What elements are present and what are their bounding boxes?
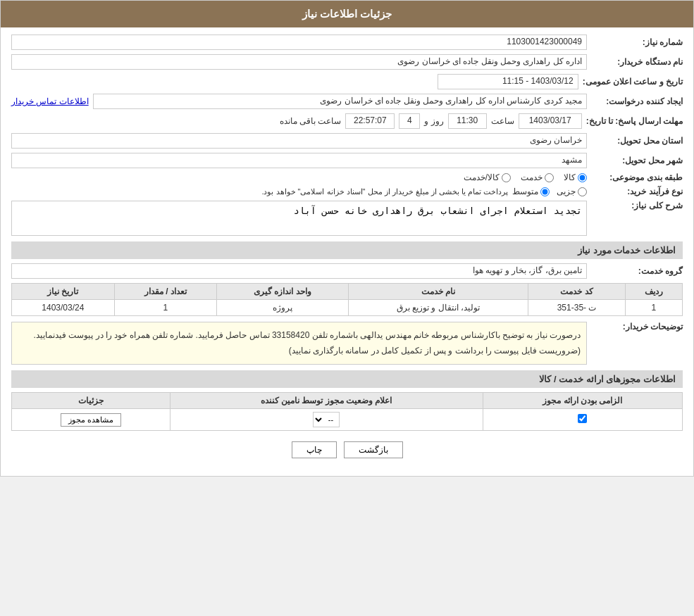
category-khedmat: خدمت	[521, 172, 554, 182]
col-service-code: کد خدمت	[528, 284, 625, 300]
purchase-type-motavasset-label: متوسط	[512, 187, 538, 196]
category-row: طبقه بندی موضوعی: کالا خدمت کالا/خدمت	[11, 172, 683, 182]
cell-quantity: 1	[114, 300, 217, 316]
announce-value: 1403/03/12 - 11:15	[438, 74, 578, 89]
col-need-date: تاریخ نیاز	[12, 284, 115, 300]
cell-service-name: تولید، انتقال و توزیع برق	[348, 300, 528, 316]
province-label: استان محل تحویل:	[591, 136, 683, 146]
purchase-type-motavasset: متوسط	[512, 187, 550, 196]
purchase-type-jozi-radio[interactable]	[578, 187, 587, 196]
purchase-type-row: نوع فرآیند خرید: جزیی متوسط پرداخت تمام …	[11, 187, 683, 196]
category-kala-label: کالا	[564, 172, 576, 182]
purchase-type-jozi-label: جزیی	[557, 187, 576, 196]
need-description-label: شرح کلی نیاز:	[591, 201, 683, 210]
page-header: جزئیات اطلاعات نیاز	[1, 1, 693, 27]
col-quantity: تعداد / مقدار	[114, 284, 217, 300]
cell-unit: پروژه	[217, 300, 348, 316]
cell-service-code: ت -35-351	[528, 300, 625, 316]
permit-col-mandatory: الزامی بودن ارائه مجوز	[483, 393, 682, 409]
page-title: جزئیات اطلاعات نیاز	[302, 8, 392, 20]
category-khedmat-label: خدمت	[521, 172, 543, 182]
permit-status-select[interactable]: --	[313, 412, 340, 427]
need-number-value: 1103001423000049	[11, 34, 587, 50]
col-unit: واحد اندازه گیری	[217, 284, 348, 300]
list-item: -- مشاهده مجوز	[12, 409, 683, 431]
province-value: خراسان رضوی	[11, 133, 587, 149]
cell-row-num: 1	[625, 300, 682, 316]
permit-mandatory-cell	[483, 409, 682, 431]
services-table: ردیف کد خدمت نام خدمت واحد اندازه گیری ت…	[11, 283, 683, 316]
province-row: استان محل تحویل: خراسان رضوی	[11, 133, 683, 149]
creator-label: ایجاد کننده درخواست:	[591, 96, 683, 106]
category-khedmat-radio[interactable]	[545, 173, 554, 182]
services-section-title: اطلاعات خدمات مورد نیاز	[11, 241, 683, 259]
response-remaining-value: 22:57:07	[345, 113, 395, 129]
category-kala-khedmat-radio[interactable]	[502, 173, 511, 182]
purchase-type-note: پرداخت تمام یا بخشی از مبلغ خریدار از مح…	[261, 187, 508, 196]
category-kala-radio[interactable]	[578, 173, 587, 182]
contact-link[interactable]: اطلاعات تماس خریدار	[11, 96, 89, 106]
response-deadline-label: مهلت ارسال پاسخ: تا تاریخ:	[586, 116, 683, 126]
col-row-num: ردیف	[625, 284, 682, 300]
city-row: شهر محل تحویل: مشهد	[11, 153, 683, 168]
need-description-row: شرح کلی نیاز:	[11, 201, 683, 236]
buyer-notes-text: درصورت نیاز به توضیح باکارشناس مربوطه خا…	[11, 322, 587, 365]
buyer-org-row: نام دستگاه خریدار: اداره کل راهداری وحمل…	[11, 54, 683, 70]
city-value: مشهد	[11, 153, 587, 168]
need-number-row: شماره نیاز: 1103001423000049	[11, 34, 683, 50]
cell-need-date: 1403/03/24	[12, 300, 115, 316]
category-kala-khedmat: کالا/خدمت	[464, 172, 511, 182]
city-label: شهر محل تحویل:	[591, 156, 683, 165]
category-radio-group: کالا خدمت کالا/خدمت	[464, 172, 587, 182]
service-group-value: تامین برق، گاز، بخار و تهویه هوا	[11, 263, 587, 279]
permit-col-status: اعلام وضعیت مجوز توسط نامین کننده	[170, 393, 483, 409]
purchase-type-options: جزیی متوسط	[512, 187, 587, 196]
bottom-buttons: بازگشت چاپ	[11, 441, 683, 458]
buyer-notes-label: توضیحات خریدار:	[591, 322, 683, 332]
response-time-label: ساعت	[491, 116, 514, 126]
response-deadline-row: مهلت ارسال پاسخ: تا تاریخ: 1403/03/17 سا…	[11, 113, 683, 129]
table-row: 1 ت -35-351 تولید، انتقال و توزیع برق پر…	[12, 300, 683, 316]
purchase-type-motavasset-radio[interactable]	[540, 187, 550, 196]
service-group-row: گروه خدمت: تامین برق، گاز، بخار و تهویه …	[11, 263, 683, 279]
permits-section-title: اطلاعات مجوزهای ارائه خدمت / کالا	[11, 370, 683, 388]
announce-label: تاریخ و ساعت اعلان عمومی:	[583, 77, 683, 87]
service-group-label: گروه خدمت:	[591, 266, 683, 276]
page-wrapper: جزئیات اطلاعات نیاز شماره نیاز: 11030014…	[0, 0, 694, 477]
purchase-type-label: نوع فرآیند خرید:	[591, 187, 683, 196]
back-button[interactable]: بازگشت	[344, 441, 403, 458]
buyer-org-value: اداره کل راهداری وحمل ونقل جاده ای خراسا…	[11, 54, 587, 70]
need-description-textarea[interactable]	[11, 201, 587, 236]
category-label: طبقه بندی موضوعی:	[591, 172, 683, 182]
creator-row: ایجاد کننده درخواست: مجید کردی کارشناس ا…	[11, 94, 683, 109]
response-days-value: 4	[399, 113, 420, 129]
permit-view-button[interactable]: مشاهده مجوز	[61, 413, 121, 427]
content-area: شماره نیاز: 1103001423000049 نام دستگاه …	[1, 27, 693, 476]
purchase-type-jozi: جزیی	[557, 187, 587, 196]
permit-status-cell: --	[170, 409, 483, 431]
permit-mandatory-checkbox[interactable]	[578, 414, 587, 423]
print-button[interactable]: چاپ	[292, 441, 337, 458]
buyer-org-label: نام دستگاه خریدار:	[591, 57, 683, 67]
response-days-label: روز و	[424, 116, 443, 126]
category-kala-khedmat-label: کالا/خدمت	[464, 172, 500, 182]
permit-col-details: جزئیات	[12, 393, 171, 409]
buyer-notes-row: توضیحات خریدار: درصورت نیاز به توضیح باک…	[11, 322, 683, 365]
permit-details-cell: مشاهده مجوز	[12, 409, 171, 431]
permits-table: الزامی بودن ارائه مجوز اعلام وضعیت مجوز …	[11, 392, 683, 431]
creator-value: مجید کردی کارشناس اداره کل راهداری وحمل …	[93, 94, 587, 109]
need-number-label: شماره نیاز:	[591, 37, 683, 47]
response-time-value: 11:30	[448, 113, 487, 129]
announce-row: تاریخ و ساعت اعلان عمومی: 1403/03/12 - 1…	[11, 74, 683, 89]
category-kala: کالا	[564, 172, 587, 182]
col-service-name: نام خدمت	[348, 284, 528, 300]
response-date-value: 1403/03/17	[519, 113, 582, 129]
response-remaining-label: ساعت باقی مانده	[280, 116, 342, 126]
